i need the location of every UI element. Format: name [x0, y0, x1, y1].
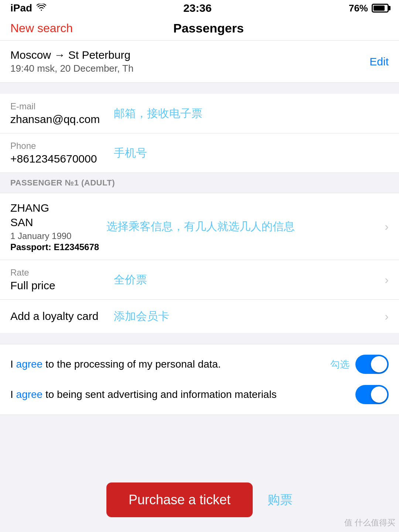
toggle-2-switch[interactable] — [355, 385, 389, 404]
phone-label: Phone — [10, 141, 106, 151]
route-info: Moscow → St Peterburg 19:40 msk, 20 Dece… — [0, 41, 399, 83]
bottom-bar: Purchase a ticket 购票 — [0, 474, 399, 532]
passenger-name: ZHANG SAN — [10, 201, 99, 229]
email-section: E-mail zhansan@qq.com 邮箱，接收电子票 Phone +86… — [0, 94, 399, 173]
loyalty-label: Add a loyalty card — [10, 310, 106, 323]
phone-row[interactable]: Phone +8612345670000 手机号 — [0, 133, 399, 173]
toggles-section: I agree to the processing of my personal… — [0, 344, 399, 415]
toggle-row-2: I agree to being sent advertising and in… — [10, 385, 389, 404]
route-from-to: Moscow → St Peterburg — [10, 49, 133, 61]
toggle-1-switch[interactable] — [355, 355, 389, 374]
rate-hint: 全价票 — [114, 272, 385, 287]
status-bar: iPad 23:36 76% — [0, 0, 399, 16]
phone-hint: 手机号 — [114, 146, 389, 161]
battery-icon — [372, 4, 389, 13]
wifi-icon — [37, 3, 46, 13]
email-value: zhansan@qq.com — [10, 113, 106, 126]
passenger-section-header: PASSENGER №1 (ADULT) — [0, 173, 399, 193]
new-search-button[interactable]: New search — [10, 21, 73, 35]
rate-row[interactable]: Rate Full price 全价票 › — [0, 260, 399, 300]
purchase-ticket-button[interactable]: Purchase a ticket — [106, 482, 253, 517]
toggle-1-text: I agree to the processing of my personal… — [10, 357, 330, 371]
loyalty-row[interactable]: Add a loyalty card 添加会员卡 › — [0, 300, 399, 333]
rate-chevron-icon: › — [385, 273, 389, 287]
agree-link-1[interactable]: agree — [16, 358, 43, 370]
passenger-dob: 1 January 1990 — [10, 231, 99, 241]
rate-section: Rate Full price 全价票 › Add a loyalty card… — [0, 260, 399, 333]
email-hint: 邮箱，接收电子票 — [114, 106, 389, 121]
loyalty-chevron-icon: › — [385, 310, 389, 323]
page-title: Passengers — [173, 21, 244, 35]
toggle-row-1: I agree to the processing of my personal… — [10, 355, 389, 374]
passenger-row[interactable]: ZHANG SAN 1 January 1990 Passport: E1234… — [0, 193, 399, 260]
loyalty-hint: 添加会员卡 — [114, 309, 385, 324]
time-display: 23:36 — [183, 2, 212, 14]
watermark: 值 什么值得买 — [344, 517, 395, 528]
passenger-hint: 选择乘客信息，有几人就选几人的信息 — [106, 219, 385, 234]
toggle-hint: 勾选 — [330, 358, 349, 371]
purchase-hint: 购票 — [267, 491, 293, 508]
agree-link-2[interactable]: agree — [16, 389, 43, 400]
route-datetime: 19:40 msk, 20 December, Th — [10, 63, 133, 74]
battery-percent: 76% — [349, 3, 368, 14]
nav-bar: New search Passengers — [0, 16, 399, 41]
section-gap-1 — [0, 83, 399, 94]
email-row[interactable]: E-mail zhansan@qq.com 邮箱，接收电子票 — [0, 94, 399, 133]
email-label: E-mail — [10, 101, 106, 112]
phone-value: +8612345670000 — [10, 153, 106, 165]
passenger-passport: Passport: E12345678 — [10, 242, 99, 252]
edit-button[interactable]: Edit — [369, 55, 389, 68]
rate-label: Rate — [10, 267, 106, 278]
passenger-chevron-icon: › — [385, 220, 389, 233]
device-label: iPad — [10, 2, 32, 14]
rate-value: Full price — [10, 279, 106, 292]
toggle-2-text: I agree to being sent advertising and in… — [10, 387, 355, 402]
